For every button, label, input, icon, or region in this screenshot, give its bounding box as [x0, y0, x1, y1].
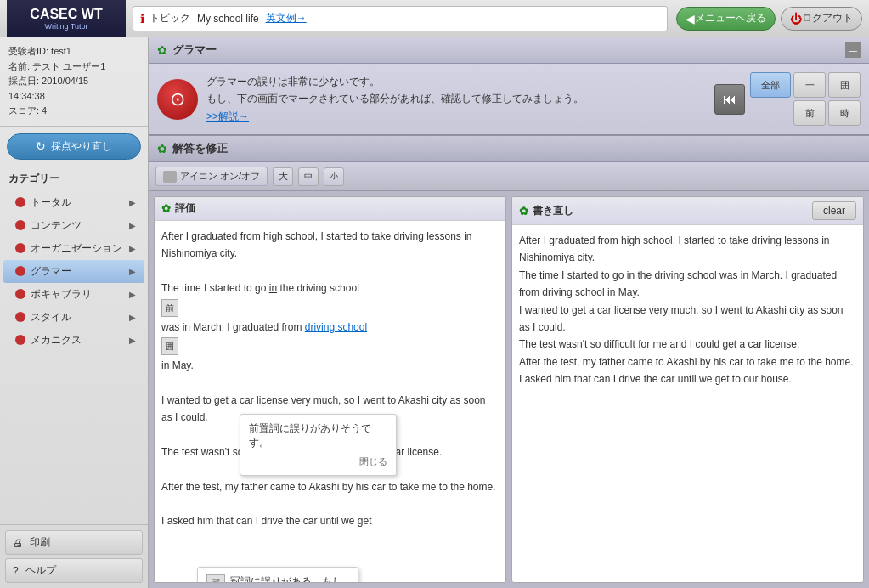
clear-button[interactable]: clear [812, 201, 856, 220]
grammar-message-line2: もし、下の画面でマークされている部分があれば、確認して修正してみましょう。 [206, 90, 706, 107]
eval-para-3: was in March. I graduated from driving s… [161, 319, 499, 336]
article-icon-box: 冠 [206, 574, 225, 583]
play-button[interactable]: ⏮ [714, 84, 745, 115]
topic-label: トピック [150, 11, 190, 25]
print-button[interactable]: 🖨 印刷 [5, 530, 143, 555]
evaluation-panel-icon: ✿ [161, 202, 171, 215]
size-medium-button[interactable]: 中 [298, 167, 319, 186]
sidebar-item-contents[interactable]: コンテンツ ▶ [3, 214, 144, 237]
grammar-icon [15, 266, 25, 276]
view-two-button[interactable]: 囲 [828, 72, 861, 98]
tooltip-1-close-button[interactable]: 閉じる [359, 455, 387, 468]
power-icon: ⏻ [790, 12, 802, 25]
user-id: 受験者ID: test1 [8, 44, 139, 59]
grammar-mascot: ⊙ [157, 79, 198, 120]
view-four-button[interactable]: 時 [828, 100, 861, 126]
annotation-icon-2: 囲 [161, 337, 178, 355]
sidebar-item-total[interactable]: トータル ▶ [3, 191, 144, 214]
user-date: 採点日: 2010/04/15 [8, 74, 139, 89]
nav-buttons: ◀ メニューへ戻る ⏻ ログアウト [676, 7, 862, 31]
eval-para-4: in May. [161, 357, 499, 374]
icon-toggle-label: アイコン オン/オフ [180, 170, 260, 183]
user-time: 14:34:38 [8, 89, 139, 105]
sidebar-item-mechanics[interactable]: メカニクス ▶ [3, 329, 144, 352]
menu-button[interactable]: ◀ メニューへ戻る [676, 7, 776, 31]
printer-icon: 🖨 [13, 537, 23, 549]
topic-area: ℹ トピック My school life 英文例→ [133, 6, 668, 31]
topic-value: My school life [197, 13, 259, 25]
grammar-message: グラマーの誤りは非常に少ないです。 もし、下の画面でマークされている部分があれば… [206, 73, 706, 125]
total-icon [15, 197, 25, 207]
evaluation-panel-header: ✿ 評価 [155, 197, 505, 221]
rewrite-panel-icon: ✿ [519, 205, 528, 218]
size-large-button[interactable]: 大 [273, 167, 293, 186]
eval-para-2: The time I started to go in the driving … [161, 280, 499, 297]
category-header: カテゴリー [0, 167, 148, 191]
collapse-button[interactable]: — [845, 42, 861, 58]
answer-section-title: 解答を修正 [172, 141, 861, 156]
eval-para-8: I asked him that can I drive the car unt… [161, 512, 499, 529]
vocab-icon [15, 289, 25, 299]
refresh-icon: ↻ [36, 139, 46, 153]
rescore-button-label: 採点やり直し [51, 139, 112, 154]
grammar-view-buttons: 全部 一 囲 前 時 [750, 72, 861, 126]
logo-sub: Writing Tutor [30, 22, 102, 31]
help-button[interactable]: ? ヘルプ [5, 558, 143, 583]
style-icon [15, 312, 25, 322]
answer-section-icon: ✿ [157, 142, 167, 155]
sidebar-item-vocab[interactable]: ボキャブラリ ▶ [3, 283, 144, 306]
grammar-section-title: グラマー [172, 42, 845, 58]
category-total-label: トータル [31, 195, 71, 210]
arrow-left-icon: ◀ [686, 12, 695, 25]
grammar-playback: ⏮ 全部 一 囲 前 時 [714, 72, 861, 126]
logo-text: CASEC WT [30, 7, 102, 22]
mechanics-icon [15, 335, 25, 345]
icon-toggle-button[interactable]: アイコン オン/オフ [155, 167, 268, 186]
help-label: ヘルプ [25, 563, 56, 578]
chevron-right-icon-2: ▶ [129, 221, 136, 230]
answer-section: ✿ 解答を修正 アイコン オン/オフ 大 中 小 ✿ [149, 136, 869, 588]
view-all-button[interactable]: 全部 [750, 72, 791, 98]
info-icon: ℹ [140, 12, 144, 25]
chevron-right-icon-3: ▶ [129, 244, 136, 253]
rewrite-panel: ✿ 書き直し clear After I graduated from high… [511, 196, 864, 583]
chevron-right-icon-5: ▶ [129, 290, 136, 299]
view-one-button[interactable]: 一 [793, 72, 826, 98]
tooltip-article: 冠 冠詞に誤りがある、もしくは名詞の単数・複数の誤りがありそうです。 閉じる [197, 567, 358, 583]
evaluation-panel: ✿ 評価 After I graduated from high school,… [154, 196, 506, 583]
rewrite-content: After I graduated from high school, I st… [519, 232, 856, 388]
category-org-label: オーガニゼーション [31, 241, 122, 256]
driving-school-link[interactable]: driving school [305, 321, 367, 333]
grammar-section-icon: ✿ [157, 43, 167, 57]
question-icon: ? [13, 565, 19, 577]
tooltip-article-text: 冠詞に誤りがある、もしくは名詞の単数・複数の誤りがありそうです。 [230, 574, 349, 583]
category-mechanics-label: メカニクス [31, 333, 82, 348]
view-three-button[interactable]: 前 [793, 100, 826, 126]
sidebar-item-style[interactable]: スタイル ▶ [3, 306, 144, 329]
sidebar-footer: 🖨 印刷 ? ヘルプ [0, 524, 148, 588]
topic-link[interactable]: 英文例→ [266, 11, 307, 25]
contents-icon [15, 220, 25, 230]
logout-button[interactable]: ⏻ ログアウト [781, 7, 862, 31]
annotation-icon-1: 前 [161, 299, 178, 317]
menu-button-label: メニューへ戻る [695, 11, 766, 25]
chevron-right-icon-7: ▶ [129, 336, 136, 345]
rescore-button[interactable]: ↻ 採点やり直し [7, 133, 141, 160]
logout-button-label: ログアウト [802, 11, 853, 25]
rewrite-panel-title: 書き直し [533, 204, 573, 218]
org-icon [15, 243, 25, 253]
user-info: 受験者ID: test1 名前: テスト ユーザー1 採点日: 2010/04/… [0, 37, 148, 127]
rewrite-panel-body[interactable]: After I graduated from high school, I st… [512, 225, 863, 582]
grammar-section-header: ✿ グラマー — [149, 37, 869, 64]
sidebar: 受験者ID: test1 名前: テスト ユーザー1 採点日: 2010/04/… [0, 37, 149, 588]
sidebar-item-organization[interactable]: オーガニゼーション ▶ [3, 237, 144, 260]
size-small-button[interactable]: 小 [324, 167, 344, 186]
grammar-link[interactable]: >>解説→ [206, 110, 249, 122]
category-style-label: スタイル [31, 310, 71, 325]
evaluation-panel-title: 評価 [175, 201, 195, 216]
tooltip-preposition: 前置詞に誤りがありそうです。 閉じる [240, 414, 397, 476]
sidebar-item-grammar[interactable]: グラマー ▶ [3, 260, 144, 283]
main-layout: 受験者ID: test1 名前: テスト ユーザー1 採点日: 2010/04/… [0, 37, 869, 588]
category-vocab-label: ボキャブラリ [31, 287, 92, 302]
rewrite-panel-header: ✿ 書き直し clear [512, 197, 863, 225]
